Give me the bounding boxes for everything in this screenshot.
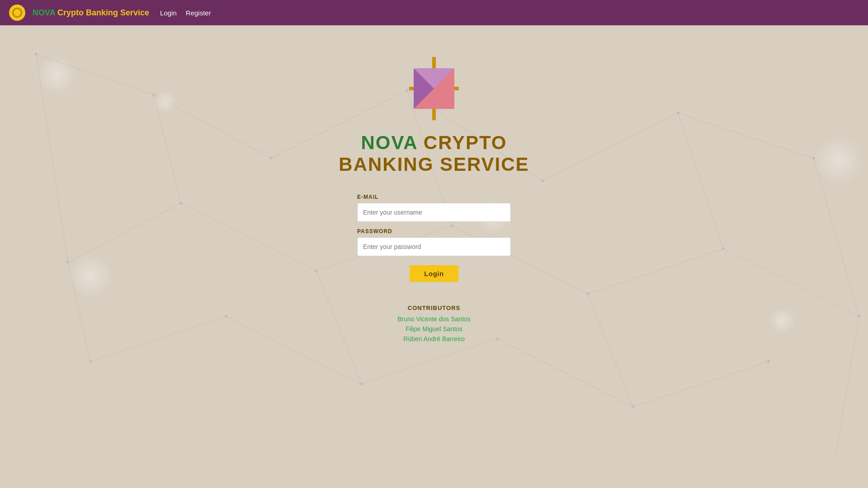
navbar: NOVA Crypto Banking Service Login Regist… <box>0 0 868 25</box>
username-input[interactable] <box>357 203 511 222</box>
contributor-2: Filipe Miguel Santos <box>397 324 471 334</box>
navbar-links: Login Register <box>160 9 211 17</box>
brand-nova: NOVA <box>361 132 417 153</box>
svg-point-42 <box>360 383 363 385</box>
contributor-3: Rüben André Barreiro <box>397 334 471 344</box>
svg-rect-47 <box>432 109 436 120</box>
email-label: E-MAIL <box>357 194 378 200</box>
contributors-title: CONTRIBUTORS <box>397 305 471 311</box>
login-form: E-MAIL PASSWORD Login <box>357 194 511 282</box>
svg-point-45 <box>767 360 770 363</box>
brand-banking: BANKING SERVICE <box>339 154 529 175</box>
brand-crypto: CRYPTO <box>417 132 507 153</box>
svg-point-40 <box>89 360 92 363</box>
brand-title: NOVA CRYPTO BANKING SERVICE <box>339 132 529 176</box>
password-label: PASSWORD <box>357 228 392 235</box>
main-content: NOVA CRYPTO BANKING SERVICE E-MAIL PASSW… <box>0 25 868 344</box>
login-button[interactable]: Login <box>410 265 458 282</box>
svg-line-20 <box>497 339 633 407</box>
navbar-brand: NOVA Crypto Banking Service <box>33 8 149 18</box>
login-nav-link[interactable]: Login <box>160 9 177 17</box>
svg-rect-46 <box>432 57 436 68</box>
svg-line-19 <box>362 339 497 384</box>
contributors-section: CONTRIBUTORS Bruno Vicente dos Santos Fi… <box>397 305 471 344</box>
contributor-1: Bruno Vicente dos Santos <box>397 314 471 324</box>
navbar-logo-circle <box>9 5 25 21</box>
svg-line-21 <box>633 361 769 407</box>
navbar-logo-icon <box>12 8 22 18</box>
navbar-brand-nova: NOVA <box>33 8 55 17</box>
register-nav-link[interactable]: Register <box>186 9 211 17</box>
password-input[interactable] <box>357 237 511 256</box>
logo-graphic <box>398 52 470 125</box>
logo-container: NOVA CRYPTO BANKING SERVICE <box>339 52 529 176</box>
svg-point-44 <box>632 405 634 408</box>
navbar-brand-rest: Crypto Banking Service <box>55 8 149 17</box>
